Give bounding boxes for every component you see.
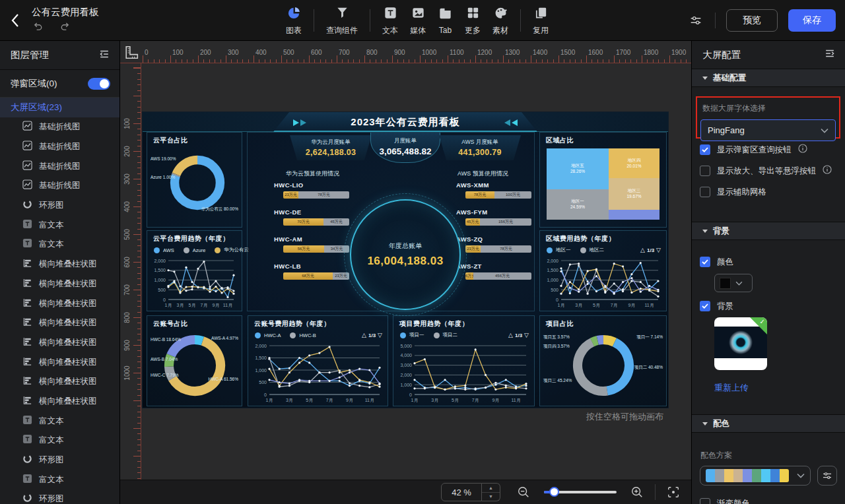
layer-item-11[interactable]: 横向堆叠柱状图 xyxy=(0,333,119,353)
layer-item-10[interactable]: 横向堆叠柱状图 xyxy=(0,313,119,333)
tool-media[interactable]: 媒体 xyxy=(404,5,432,36)
canvas-area[interactable]: 0100200300400500600700800900100011001200… xyxy=(120,41,691,504)
popup-area-toggle[interactable] xyxy=(88,78,110,90)
aws-budget-title: AWS 预算使用情况 xyxy=(457,170,508,178)
tool-tab[interactable]: Tab xyxy=(432,6,459,35)
budget-row: HWC-LIO23万元78万元 xyxy=(274,181,360,199)
dashboard-artboard[interactable]: 2023年公有云费用看板 云平台占比 华为公有云 80.00%Azure 1.0… xyxy=(143,112,668,408)
page-down-icon[interactable]: ▽ xyxy=(656,247,661,253)
budget-bar: 23万元78万元 xyxy=(283,191,349,199)
ruler-label: 700 xyxy=(339,49,350,56)
undo-icon[interactable] xyxy=(32,20,43,34)
zoom-value-input[interactable]: 42 % xyxy=(441,483,482,501)
checkbox-unchecked-icon[interactable] xyxy=(700,498,710,504)
layer-item-12[interactable]: 横向堆叠柱状图 xyxy=(0,352,119,372)
layer-item-2[interactable]: 基础折线图 xyxy=(0,156,119,176)
checkbox-checked-icon[interactable] xyxy=(700,144,710,155)
redo-icon[interactable] xyxy=(60,20,71,34)
legend-item: AWS xyxy=(154,247,174,253)
section-palette-header[interactable]: 配色 xyxy=(692,414,845,433)
budget-bar: 23万元78万元 xyxy=(465,245,531,253)
layer-item-14[interactable]: 横向堆叠柱状图 xyxy=(0,392,119,412)
back-button[interactable] xyxy=(9,13,22,28)
layer-item-19[interactable]: 环形图 xyxy=(0,489,119,504)
layer-item-13[interactable]: 横向堆叠柱状图 xyxy=(0,372,119,392)
canvas-settings-icon[interactable] xyxy=(687,12,704,29)
basic-checkbox-row-0[interactable]: 显示弹窗区查询按钮 xyxy=(700,142,807,157)
ruler-corner-icon[interactable] xyxy=(123,44,141,61)
svg-text:7月: 7月 xyxy=(611,303,618,308)
zoom-slider[interactable] xyxy=(544,491,617,493)
stat-label: 月度账单 xyxy=(371,137,440,145)
layer-item-7[interactable]: 横向堆叠柱状图 xyxy=(0,255,119,274)
partial-checkbox-row[interactable]: 渐变颜色 xyxy=(700,496,750,504)
zoom-out-icon[interactable] xyxy=(515,484,532,501)
tool-assets[interactable]: 素材 xyxy=(487,5,514,36)
legend-pagination[interactable]: △1/3▽ xyxy=(362,332,382,338)
reupload-link[interactable]: 重新上传 xyxy=(714,382,749,394)
copy-icon xyxy=(533,5,549,23)
layer-item-15[interactable]: 富文本 xyxy=(0,411,119,431)
info-icon[interactable] xyxy=(823,165,832,177)
save-button[interactable]: 保存 xyxy=(788,9,836,32)
fit-to-screen-icon[interactable] xyxy=(665,484,682,501)
page-up-icon[interactable]: △ xyxy=(508,332,513,338)
tool-chart[interactable]: 图表 xyxy=(280,5,308,36)
bg-image-checkbox-row[interactable]: 背景 xyxy=(700,299,733,313)
zoom-step-up-icon[interactable]: ▲ xyxy=(482,484,500,493)
checkbox-unchecked-icon[interactable] xyxy=(700,166,710,176)
page-down-icon[interactable]: ▽ xyxy=(378,332,382,338)
checkbox-checked-icon[interactable] xyxy=(700,257,710,267)
checkbox-checked-icon[interactable] xyxy=(700,301,710,311)
zoom-step-down-icon[interactable]: ▼ xyxy=(482,493,500,501)
legend-dot xyxy=(255,332,261,338)
tool-query[interactable]: 查询组件 xyxy=(320,5,364,36)
rich-text-icon xyxy=(22,238,32,251)
page-up-icon[interactable]: △ xyxy=(362,332,366,338)
basic-checkbox-row-2[interactable]: 显示辅助网格 xyxy=(700,185,766,199)
section-background-header[interactable]: 背景 xyxy=(692,222,845,240)
legend-dot xyxy=(215,247,220,253)
info-icon[interactable] xyxy=(798,144,807,156)
layer-item-6[interactable]: 富文本 xyxy=(0,235,119,255)
legend-pagination[interactable]: △1/3▽ xyxy=(508,332,529,338)
donut-label: 项目一 7.14% xyxy=(636,334,663,340)
layer-item-0[interactable]: 基础折线图 xyxy=(0,117,119,137)
layer-item-4[interactable]: 环形图 xyxy=(0,196,119,216)
collapse-panel-icon[interactable] xyxy=(98,48,110,63)
layer-item-17[interactable]: 环形图 xyxy=(0,451,119,470)
color-scheme-select[interactable] xyxy=(700,466,811,486)
layer-item-3[interactable]: 基础折线图 xyxy=(0,176,119,196)
zoom-in-icon[interactable] xyxy=(628,484,646,501)
checkbox-unchecked-icon[interactable] xyxy=(700,187,710,197)
preview-button[interactable]: 预览 xyxy=(726,9,778,32)
tool-label: 更多 xyxy=(465,25,481,36)
section-basic-header[interactable]: 基础配置 xyxy=(692,69,845,87)
screen-area-row[interactable]: 大屏区域(23) xyxy=(0,98,119,117)
zoom-stepper[interactable]: ▲▼ xyxy=(482,483,500,501)
bg-color-checkbox-row[interactable]: 颜色 xyxy=(700,255,733,269)
config-panel-title: 大屏配置 xyxy=(702,49,741,61)
page-down-icon[interactable]: ▽ xyxy=(524,332,529,338)
tool-more[interactable]: 更多 xyxy=(459,5,487,36)
bg-color-swatch-button[interactable] xyxy=(714,274,753,292)
tool-reuse[interactable]: 复用 xyxy=(527,5,555,36)
legend-pagination[interactable]: △1/3▽ xyxy=(640,247,661,253)
budget-name: AWS-XMM xyxy=(456,181,542,189)
layer-item-18[interactable]: 富文本 xyxy=(0,470,119,489)
layer-item-9[interactable]: 横向堆叠柱状图 xyxy=(0,294,119,313)
layer-item-8[interactable]: 横向堆叠柱状图 xyxy=(0,274,119,294)
font-select[interactable]: PingFang xyxy=(700,119,836,141)
layer-item-16[interactable]: 富文本 xyxy=(0,431,119,451)
layer-item-5[interactable]: 富文本 xyxy=(0,215,119,235)
scheme-adjust-button[interactable] xyxy=(817,466,837,486)
zoom-slider-handle[interactable] xyxy=(549,487,559,497)
basic-checkbox-row-1[interactable]: 显示放大、导出等悬浮按钮 xyxy=(700,164,832,178)
page-up-icon[interactable]: △ xyxy=(640,247,645,253)
tool-text[interactable]: 文本 xyxy=(376,5,404,36)
collapse-panel-icon[interactable] xyxy=(824,47,836,62)
svg-text:2,000: 2,000 xyxy=(255,344,267,348)
background-image-thumbnail[interactable]: ✓ xyxy=(714,317,767,370)
layer-item-1[interactable]: 基础折线图 xyxy=(0,137,119,157)
ruler-label: 800 xyxy=(366,49,378,56)
